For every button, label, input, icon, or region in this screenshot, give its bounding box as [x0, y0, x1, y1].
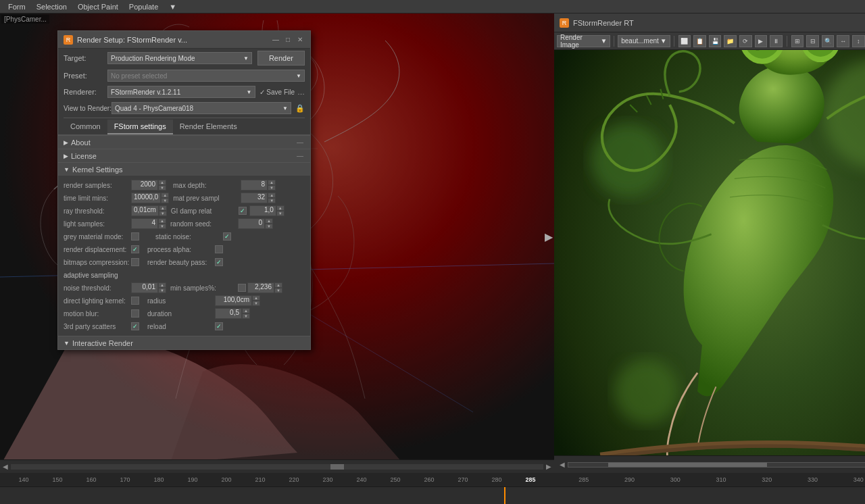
gi-damp-checkbox[interactable]: [239, 207, 247, 215]
noise-threshold-up[interactable]: ▲: [158, 282, 166, 288]
mat-prev-spin-buttons[interactable]: ▲ ▼: [268, 193, 276, 203]
view-to-render-select[interactable]: Quad 4 - PhysCamera018 ▼: [112, 102, 291, 114]
render-samples-spin-buttons[interactable]: ▲ ▼: [158, 180, 166, 191]
render-displacement-checkbox[interactable]: [131, 245, 139, 253]
motion-blur-checkbox[interactable]: [131, 309, 139, 318]
ray-threshold-value[interactable]: 0,01cm: [131, 205, 159, 216]
toolbar-btn-4[interactable]: 📁: [724, 35, 737, 47]
render-scroll-area[interactable]: ◀ ▶: [560, 461, 865, 468]
render-timeline-track[interactable]: [554, 486, 865, 504]
scroll-track[interactable]: [11, 464, 543, 470]
ray-threshold-spinbox[interactable]: 0,01cm ▲ ▼: [131, 205, 167, 216]
render-samples-down[interactable]: ▼: [158, 185, 166, 191]
min-samples-up[interactable]: ▲: [274, 282, 282, 288]
render-scroll-track[interactable]: [568, 462, 865, 468]
noise-threshold-spin-buttons[interactable]: ▲ ▼: [158, 282, 166, 293]
toolbar-btn-10[interactable]: 🔍: [822, 35, 835, 47]
menu-populate[interactable]: Populate: [124, 1, 164, 12]
gi-damp-up[interactable]: ▲: [276, 205, 285, 211]
reload-checkbox[interactable]: [215, 322, 223, 330]
toolbar-btn-7[interactable]: ⏸: [770, 35, 783, 47]
toolbar-btn-1[interactable]: ⬜: [678, 35, 691, 47]
gi-damp-spinbox[interactable]: 1,0 ▲ ▼: [249, 205, 285, 216]
render-beauty-checkbox[interactable]: [215, 258, 223, 266]
duration-spin-buttons[interactable]: ▲ ▼: [242, 308, 250, 319]
duration-down[interactable]: ▼: [242, 313, 250, 319]
lock-icon[interactable]: 🔒: [295, 104, 305, 113]
license-pin[interactable]: —: [295, 151, 305, 161]
toolbar-btn-5[interactable]: ⟳: [739, 35, 752, 47]
render-samples-spinbox[interactable]: 2000 ▲ ▼: [131, 180, 166, 191]
renderer-more-btn[interactable]: …: [297, 88, 305, 96]
noise-threshold-spinbox[interactable]: 0,01 ▲ ▼: [131, 282, 166, 293]
noise-threshold-value[interactable]: 0,01: [131, 282, 158, 293]
mat-prev-down[interactable]: ▼: [268, 198, 276, 203]
noise-threshold-down[interactable]: ▼: [158, 288, 166, 293]
min-samples-value[interactable]: 2,236: [247, 282, 274, 293]
time-limit-spinbox[interactable]: 10000,0 ▲ ▼: [131, 193, 169, 203]
toolbar-btn-8[interactable]: ⊞: [791, 35, 804, 47]
max-depth-spinbox[interactable]: 8 ▲ ▼: [241, 180, 276, 191]
about-pin[interactable]: —: [295, 138, 305, 147]
time-limit-spin-buttons[interactable]: ▲ ▼: [161, 193, 169, 203]
min-samples-down[interactable]: ▼: [274, 288, 282, 293]
toolbar-btn-11[interactable]: ↔: [837, 35, 849, 47]
interactive-render-header[interactable]: ▼ Interactive Render: [58, 336, 310, 349]
time-limit-down[interactable]: ▼: [161, 198, 169, 203]
timeline-playhead[interactable]: [504, 487, 505, 504]
process-alpha-checkbox[interactable]: [215, 245, 223, 253]
min-samples-spinbox[interactable]: 2,236 ▲ ▼: [247, 282, 282, 293]
toolbar-btn-12[interactable]: ↕: [852, 35, 865, 47]
time-limit-value[interactable]: 10000,0: [131, 193, 161, 203]
grey-material-checkbox[interactable]: [131, 232, 139, 241]
ray-threshold-spin-buttons[interactable]: ▲ ▼: [159, 205, 167, 216]
scroll-thumb[interactable]: [330, 464, 344, 470]
beauty-dropdown[interactable]: beaut...ment ▼: [618, 35, 670, 47]
save-file-checkbox[interactable]: ✓ Save File: [260, 89, 295, 96]
random-seed-value[interactable]: 0: [238, 218, 265, 229]
duration-up[interactable]: ▲: [242, 308, 250, 313]
min-samples-spin-buttons[interactable]: ▲ ▼: [274, 282, 282, 293]
menu-form[interactable]: Form: [3, 1, 31, 12]
max-depth-value[interactable]: 8: [241, 180, 268, 191]
max-depth-up[interactable]: ▲: [268, 180, 276, 185]
viewport-scroll-bar[interactable]: ◀ ▶: [0, 459, 554, 473]
menu-more[interactable]: ▼: [164, 1, 182, 12]
random-seed-up[interactable]: ▲: [265, 218, 273, 224]
radius-spin-buttons[interactable]: ▲ ▼: [252, 295, 260, 306]
render-samples-up[interactable]: ▲: [158, 180, 166, 185]
target-select[interactable]: Production Rendering Mode ▼: [107, 52, 252, 64]
tab-common[interactable]: Common: [64, 120, 107, 134]
render-samples-value[interactable]: 2000: [131, 180, 158, 191]
dialog-close-button[interactable]: ✕: [295, 35, 305, 45]
render-scroll-thumb[interactable]: [608, 463, 767, 467]
toolbar-btn-9[interactable]: ⊟: [806, 35, 819, 47]
gi-damp-spin-buttons[interactable]: ▲ ▼: [276, 205, 285, 216]
radius-value[interactable]: 100,0cm: [215, 295, 252, 306]
render-image-dropdown[interactable]: Render Image ▼: [557, 35, 610, 47]
light-samples-up[interactable]: ▲: [158, 218, 166, 224]
time-limit-up[interactable]: ▲: [161, 193, 169, 198]
license-section-header[interactable]: ▶ License —: [58, 149, 310, 162]
toolbar-btn-2[interactable]: 📋: [693, 35, 706, 47]
random-seed-down[interactable]: ▼: [265, 224, 273, 229]
duration-spinbox[interactable]: 0,5 ▲ ▼: [215, 308, 250, 319]
renderer-select[interactable]: FStormRender v.1.2.11 ▼: [107, 86, 255, 98]
render-button[interactable]: Render: [257, 51, 305, 66]
dialog-titlebar[interactable]: R Render Setup: FStormRender v... — □ ✕: [58, 31, 310, 49]
max-depth-down[interactable]: ▼: [268, 185, 276, 191]
mat-prev-up[interactable]: ▲: [268, 193, 276, 198]
ray-threshold-down[interactable]: ▼: [159, 211, 167, 216]
3rd-party-checkbox[interactable]: [131, 322, 139, 330]
toolbar-btn-6[interactable]: ▶: [755, 35, 768, 47]
max-depth-spin-buttons[interactable]: ▲ ▼: [268, 180, 276, 191]
tab-fstorm-settings[interactable]: FStorm settings: [107, 120, 173, 134]
bitmaps-compression-checkbox[interactable]: [131, 258, 139, 266]
about-section-header[interactable]: ▶ About —: [58, 135, 310, 149]
min-samples-checkbox[interactable]: [238, 284, 246, 292]
dialog-minimize-button[interactable]: —: [271, 35, 280, 45]
random-seed-spinbox[interactable]: 0 ▲ ▼: [238, 218, 273, 229]
radius-down[interactable]: ▼: [252, 301, 260, 306]
toolbar-btn-3[interactable]: 💾: [709, 35, 722, 47]
preset-select[interactable]: No preset selected ▼: [107, 70, 305, 82]
